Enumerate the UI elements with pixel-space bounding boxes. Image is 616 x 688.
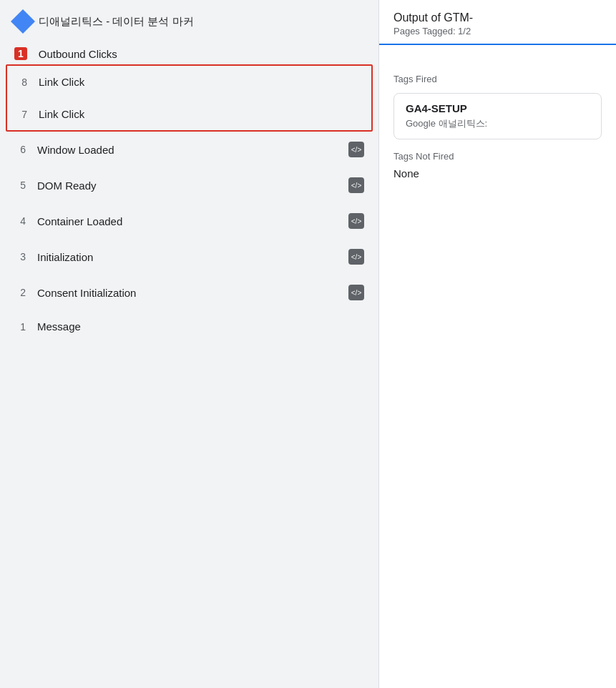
event-number-6: 6 xyxy=(14,144,26,155)
none-text: None xyxy=(393,167,602,180)
diamond-icon xyxy=(11,9,35,34)
event-name-initialization: Initialization xyxy=(37,251,337,263)
tag-card-subtitle: Google 애널리틱스: xyxy=(406,117,590,130)
event-name-container-loaded: Container Loaded xyxy=(37,215,337,227)
code-badge: </> xyxy=(348,285,364,300)
event-name-window-loaded: Window Loaded xyxy=(37,144,337,156)
event-number-3: 3 xyxy=(14,251,26,262)
code-icon: </> xyxy=(351,182,361,190)
header-title: 디애널리틱스 - 데이터 분석 마커 xyxy=(39,15,194,29)
event-name-link-click-8: Link Click xyxy=(39,76,363,88)
code-badge: </> xyxy=(348,213,364,229)
list-item[interactable]: 6 Window Loaded </> xyxy=(0,132,378,167)
event-number-2: 2 xyxy=(14,287,26,298)
event-number-4: 4 xyxy=(14,215,26,227)
event-number-1: 1 xyxy=(14,321,26,333)
event-name-link-click-7: Link Click xyxy=(39,108,363,120)
list-item[interactable]: 2 Consent Initialization </> xyxy=(0,275,378,310)
event-name-dom-ready: DOM Ready xyxy=(37,180,337,192)
event-number-highlighted: 1 xyxy=(14,47,27,60)
outbound-clicks-row[interactable]: 1 Outbound Clicks xyxy=(0,40,378,64)
right-panel-title: Output of GTM- xyxy=(393,11,602,24)
tag-card[interactable]: GA4-SETUP Google 애널리틱스: xyxy=(393,93,602,139)
left-panel: 디애널리틱스 - 데이터 분석 마커 1 Outbound Clicks 8 L… xyxy=(0,0,379,688)
code-badge: </> xyxy=(348,177,364,193)
list-item[interactable]: 8 Link Click xyxy=(7,66,371,98)
list-item[interactable]: 3 Initialization </> xyxy=(0,239,378,275)
highlighted-group: 8 Link Click 7 Link Click xyxy=(6,64,373,132)
event-number-7: 7 xyxy=(16,109,27,120)
right-header: Output of GTM- Pages Tagged: 1/2 xyxy=(379,0,616,45)
list-item[interactable]: 4 Container Loaded </> xyxy=(0,203,378,239)
list-item[interactable]: 7 Link Click xyxy=(7,98,371,130)
events-list: 1 Outbound Clicks 8 Link Click 7 Link Cl… xyxy=(0,40,378,688)
right-panel-subtitle: Pages Tagged: 1/2 xyxy=(393,26,602,36)
list-item[interactable]: 1 Message xyxy=(0,310,378,343)
code-icon: </> xyxy=(351,289,361,297)
code-badge: </> xyxy=(348,249,364,265)
event-number-8: 8 xyxy=(16,77,27,88)
tags-not-fired-label: Tags Not Fired xyxy=(393,151,602,162)
tag-card-title: GA4-SETUP xyxy=(406,102,590,114)
event-name-consent-initialization: Consent Initialization xyxy=(37,287,337,299)
header-section: 디애널리틱스 - 데이터 분석 마커 xyxy=(0,0,378,40)
event-name-message: Message xyxy=(37,320,364,333)
outbound-clicks-label: Outbound Clicks xyxy=(39,48,364,60)
list-item[interactable]: 5 DOM Ready </> xyxy=(0,167,378,203)
right-content: Tags Fired GA4-SETUP Google 애널리틱스: Tags … xyxy=(379,45,616,688)
code-badge: </> xyxy=(348,142,364,157)
code-icon: </> xyxy=(351,217,361,225)
right-panel: Output of GTM- Pages Tagged: 1/2 Tags Fi… xyxy=(379,0,616,688)
tags-fired-label: Tags Fired xyxy=(393,74,602,84)
event-number-5: 5 xyxy=(14,180,26,191)
code-icon: </> xyxy=(351,146,361,154)
code-icon: </> xyxy=(351,253,361,261)
